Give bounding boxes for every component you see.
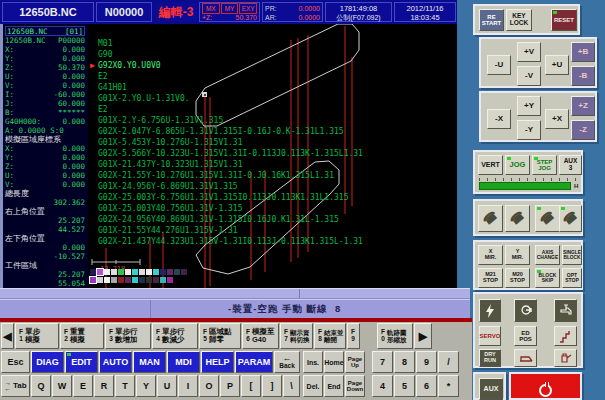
key-num-7[interactable]: 7 (372, 351, 393, 373)
palette-swatch[interactable] (160, 277, 166, 283)
opt-stop-button[interactable]: OPTSTOP (562, 268, 582, 288)
fkey-f7-button[interactable]: F7 顯示資料切換 (280, 323, 313, 349)
palette-swatch[interactable] (97, 277, 103, 283)
vert-button[interactable]: VERT (478, 155, 503, 175)
key-delete[interactable]: Del. (303, 375, 323, 397)
gcode-line[interactable]: G41H01 (90, 82, 363, 93)
fkey-page-right-button[interactable]: ▶ (414, 323, 432, 349)
key-bracket-open[interactable]: [ (241, 375, 261, 397)
dry-run-button[interactable]: DRYRUN (479, 349, 501, 367)
jog-plus-b-button[interactable]: +B (571, 42, 595, 62)
gcode-line[interactable]: G02X-2.047Y-6.865U-1.31V1.315I-0.16J-0.K… (90, 126, 363, 137)
y-mirror-button[interactable]: YMIR. (505, 245, 530, 265)
key-home[interactable]: Home (324, 351, 344, 373)
gcode-line[interactable]: E2 (90, 104, 363, 115)
key-end[interactable]: End (324, 375, 344, 397)
lubrication-button[interactable] (554, 349, 577, 367)
jog-plus-x-button[interactable]: +X (545, 109, 569, 129)
gcode-line[interactable]: G02X-21.55Y-10.276U1.315V1.31I-0.J0.16K1… (90, 170, 363, 181)
table-level-button[interactable] (514, 349, 537, 367)
key-man[interactable]: MAN (133, 351, 166, 373)
key-t[interactable]: T (115, 375, 135, 397)
key-page-up[interactable]: PageUp (345, 351, 365, 373)
jog-minus-b-button[interactable]: -B (571, 66, 595, 86)
fkey-f0-button[interactable]: F0 軌跡圖形縮放 (377, 323, 413, 349)
palette-swatch[interactable] (167, 269, 173, 275)
palette-swatch[interactable] (153, 277, 159, 283)
jog-minus-y-button[interactable]: -Y (517, 120, 541, 140)
step-cut-button[interactable] (554, 326, 577, 346)
gcode-line[interactable]: G90 (90, 49, 363, 60)
palette-swatch[interactable] (97, 269, 103, 275)
gcode-line[interactable]: G01X-5.453Y-10.276U-1.315V1.31 (90, 137, 363, 148)
palette-swatch[interactable] (90, 277, 96, 283)
reset-button[interactable]: RESET (551, 9, 577, 31)
palette-swatch[interactable] (118, 277, 124, 283)
aux-button[interactable]: AUX (479, 378, 503, 400)
key-num-divide[interactable]: / (438, 351, 459, 373)
jog-plus-y-button[interactable]: +Y (517, 96, 541, 116)
gcode-line[interactable]: M01 (90, 38, 363, 49)
power-discharge-button[interactable] (479, 299, 501, 322)
jog-plus-v-button[interactable]: +V (517, 42, 541, 62)
key-diag[interactable]: DIAG (31, 351, 64, 373)
key-num-8[interactable]: 8 (394, 351, 415, 373)
fkey-page-left-button[interactable]: ◀ (1, 323, 14, 349)
key-q[interactable]: Q (31, 375, 51, 397)
flushing-water-button[interactable] (554, 299, 577, 322)
block-skip-button[interactable]: BLOCKSKIP (535, 268, 560, 288)
palette-swatch[interactable] (146, 269, 152, 275)
wire-thread-button-3[interactable]: ☎ (535, 205, 560, 232)
key-insert[interactable]: Ins. (303, 351, 323, 373)
key-p[interactable]: P (220, 375, 240, 397)
step-jog-button[interactable]: STEPJOG (532, 155, 557, 175)
key-w[interactable]: W (52, 375, 72, 397)
m21-stop-button[interactable]: M21STOP (478, 268, 503, 288)
key-i[interactable]: I (178, 375, 198, 397)
wire-thread-button-1[interactable]: ☎ (478, 205, 503, 232)
gcode-line[interactable]: G01X-25.003Y40.756U1.31V-1.315 (90, 203, 363, 214)
gcode-line[interactable]: G01X-2.Y-6.756U-1.31V1.315 (90, 115, 363, 126)
palette-swatch[interactable] (146, 277, 152, 283)
key-bracket-close[interactable]: ] (262, 375, 282, 397)
palette-swatch[interactable] (153, 269, 159, 275)
palette-swatch[interactable] (125, 269, 131, 275)
jog-minus-z-button[interactable]: -Z (571, 120, 595, 140)
palette-swatch[interactable] (104, 269, 110, 275)
x-mirror-button[interactable]: XMIR. (478, 245, 503, 265)
axis-change-button[interactable]: AXISCHANGE (535, 245, 560, 265)
palette-swatch[interactable] (132, 269, 138, 275)
key-lock-button[interactable]: KEYLOCK (506, 9, 532, 31)
fkey-f5-button[interactable]: F5 區域點歸零 (199, 323, 241, 349)
palette-swatch[interactable] (139, 277, 145, 283)
key-backspace[interactable]: ←Back (274, 351, 300, 373)
key-y[interactable]: Y (136, 375, 156, 397)
palette-swatch[interactable] (160, 269, 166, 275)
key-param[interactable]: PARAM (235, 351, 273, 373)
key-e[interactable]: E (73, 375, 93, 397)
palette-swatch[interactable] (132, 277, 138, 283)
palette-swatch[interactable] (90, 269, 96, 275)
fkey-f4-button[interactable]: F4 單步行數減少 (152, 323, 198, 349)
gcode-line[interactable]: E2 (90, 71, 363, 82)
wire-thread-button-4[interactable]: ☎ (559, 205, 582, 232)
fkey-f6-button[interactable]: F6 模擬至G40 (242, 323, 279, 349)
jog-minus-x-button[interactable]: -X (487, 109, 511, 129)
emergency-stop-button[interactable] (509, 372, 582, 400)
fkey-f3-button[interactable]: F3 單步行數增加 (105, 323, 151, 349)
gcode-line[interactable]: G02X-21.437Y44.323U1.315V-1.31I0.113J-0.… (90, 236, 363, 247)
key-num-5[interactable]: 5 (394, 375, 415, 397)
palette-swatch[interactable] (111, 277, 117, 283)
key-num-6[interactable]: 6 (416, 375, 437, 397)
palette-swatch[interactable] (174, 269, 180, 275)
jog-plus-z-button[interactable]: +Z (571, 96, 595, 116)
fkey-f2-button[interactable]: F2 重置模擬 (60, 323, 104, 349)
key-num-multiply[interactable]: * (438, 375, 459, 397)
jog-minus-u-button[interactable]: -U (487, 55, 511, 75)
gcode-line[interactable]: G02X-25.003Y-6.756U1.31V1.315I0.113J0.11… (90, 192, 363, 203)
aux3-button[interactable]: AUX3 (559, 155, 582, 175)
fkey-f9-button[interactable]: F9 (347, 323, 360, 349)
key-tab[interactable]: →← Tab (1, 375, 30, 397)
key-o[interactable]: O (199, 375, 219, 397)
key-u[interactable]: U (157, 375, 177, 397)
